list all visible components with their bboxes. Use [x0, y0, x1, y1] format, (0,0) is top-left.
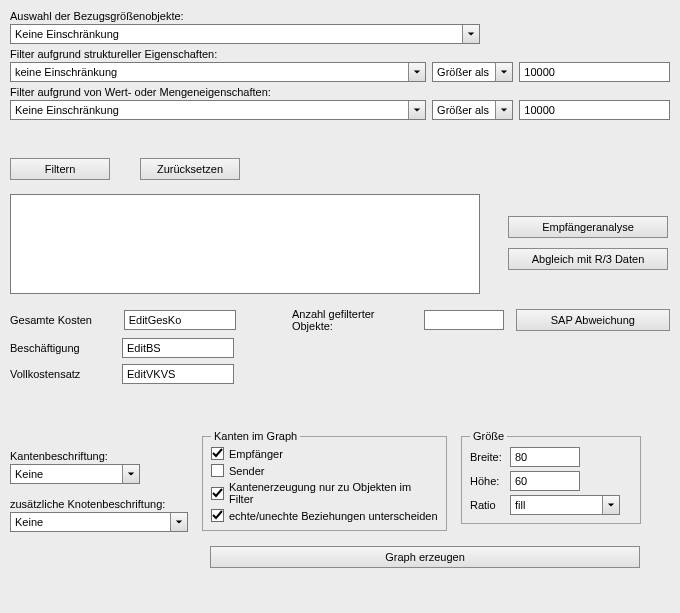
- kantenbeschriftung-label: Kantenbeschriftung:: [10, 450, 188, 462]
- sender-checkbox[interactable]: [211, 464, 224, 477]
- anzahl-label: Anzahl gefilterter Objekte:: [292, 308, 414, 332]
- kantenerzeugung-checkbox-label: Kantenerzeugung nur zu Objekten im Filte…: [229, 481, 438, 505]
- beschaeftigung-input[interactable]: [122, 338, 234, 358]
- kantenerzeugung-checkbox[interactable]: [211, 487, 224, 500]
- value1-input[interactable]: [519, 62, 670, 82]
- filter-wert-label: Filter aufgrund von Wert- oder Mengeneig…: [10, 86, 670, 98]
- chevron-down-icon: [122, 465, 139, 483]
- filter-wert-select[interactable]: Keine Einschränkung: [10, 100, 426, 120]
- auswahl-select[interactable]: Keine Einschränkung: [10, 24, 480, 44]
- filtern-button[interactable]: Filtern: [10, 158, 110, 180]
- empfaenger-checkbox-label: Empfänger: [229, 448, 283, 460]
- chevron-down-icon: [495, 101, 512, 119]
- comparator2-select[interactable]: Größer als: [432, 100, 513, 120]
- beschaeftigung-label: Beschäftigung: [10, 342, 122, 354]
- gesamte-kosten-label: Gesamte Kosten: [10, 314, 118, 326]
- empfaengeranalyse-button[interactable]: Empfängeranalyse: [508, 216, 668, 238]
- breite-input[interactable]: [510, 447, 580, 467]
- chevron-down-icon: [408, 63, 425, 81]
- chevron-down-icon: [408, 101, 425, 119]
- empfaenger-checkbox[interactable]: [211, 447, 224, 460]
- echte-unechte-checkbox-label: echte/unechte Beziehungen unterscheiden: [229, 510, 438, 522]
- chevron-down-icon: [462, 25, 479, 43]
- chevron-down-icon: [495, 63, 512, 81]
- filter-strukturell-select[interactable]: keine Einschränkung: [10, 62, 426, 82]
- comparator1-select[interactable]: Größer als: [432, 62, 513, 82]
- kanten-im-graph-legend: Kanten im Graph: [211, 430, 300, 442]
- echte-unechte-checkbox[interactable]: [211, 509, 224, 522]
- hoehe-label: Höhe:: [470, 475, 510, 487]
- kantenbeschriftung-select[interactable]: Keine: [10, 464, 140, 484]
- gesamte-kosten-input[interactable]: [124, 310, 236, 330]
- vollkostensatz-label: Vollkostensatz: [10, 368, 122, 380]
- hoehe-input[interactable]: [510, 471, 580, 491]
- breite-label: Breite:: [470, 451, 510, 463]
- ratio-label: Ratio: [470, 499, 510, 511]
- knotenbeschriftung-label: zusätzliche Knotenbeschriftung:: [10, 498, 188, 510]
- auswahl-label: Auswahl der Bezugsgrößenobjekte:: [10, 10, 670, 22]
- results-listbox[interactable]: [10, 194, 480, 294]
- groesse-legend: Größe: [470, 430, 507, 442]
- filter-strukturell-label: Filter aufgrund struktureller Eigenschaf…: [10, 48, 670, 60]
- abgleich-button[interactable]: Abgleich mit R/3 Daten: [508, 248, 668, 270]
- value2-input[interactable]: [519, 100, 670, 120]
- graph-erzeugen-button[interactable]: Graph erzeugen: [210, 546, 640, 568]
- chevron-down-icon: [170, 513, 187, 531]
- ratio-select[interactable]: fill: [510, 495, 620, 515]
- anzahl-input[interactable]: [424, 310, 504, 330]
- sap-abweichung-button[interactable]: SAP Abweichung: [516, 309, 670, 331]
- knotenbeschriftung-select[interactable]: Keine: [10, 512, 188, 532]
- sender-checkbox-label: Sender: [229, 465, 264, 477]
- chevron-down-icon: [602, 496, 619, 514]
- zuruecksetzen-button[interactable]: Zurücksetzen: [140, 158, 240, 180]
- vollkostensatz-input[interactable]: [122, 364, 234, 384]
